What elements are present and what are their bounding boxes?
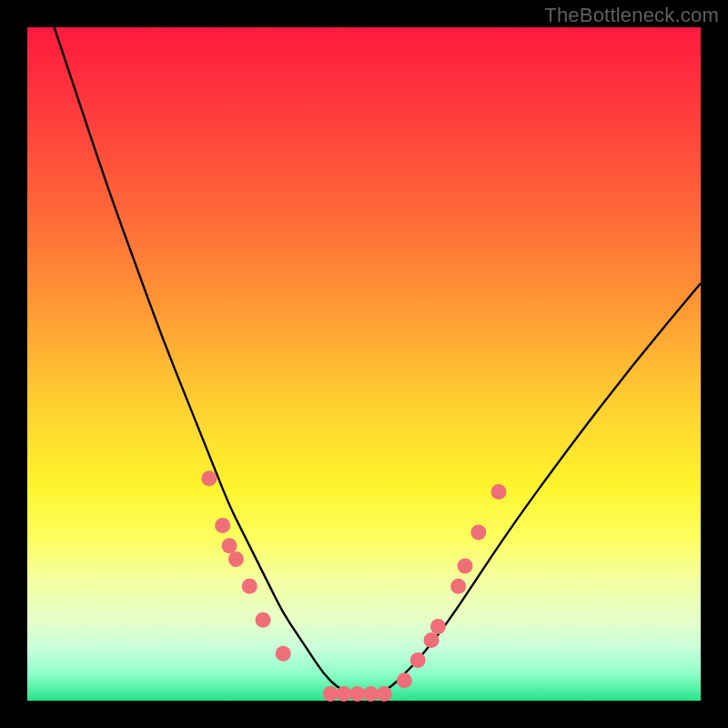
data-marker — [349, 686, 365, 702]
data-marker — [323, 686, 339, 702]
data-marker — [424, 632, 440, 648]
chart-frame: TheBottleneck.com — [0, 0, 728, 728]
data-marker — [430, 619, 446, 634]
data-marker — [491, 484, 507, 500]
data-marker — [336, 686, 351, 702]
data-marker — [377, 686, 392, 702]
data-marker — [470, 525, 486, 541]
data-marker — [276, 646, 291, 662]
data-marker — [458, 559, 473, 574]
data-marker — [450, 579, 466, 594]
plot-area — [27, 27, 701, 701]
data-marker — [222, 538, 238, 553]
data-marker — [363, 686, 379, 702]
curve-layer — [27, 27, 701, 701]
data-marker — [410, 652, 426, 668]
data-marker — [242, 579, 258, 594]
data-marker — [215, 518, 230, 533]
data-marker — [201, 470, 217, 486]
data-marker — [256, 612, 271, 628]
watermark-text: TheBottleneck.com — [544, 4, 719, 27]
data-marker — [397, 672, 412, 688]
bottleneck-curve — [55, 27, 701, 694]
data-marker — [228, 551, 244, 567]
marker-group — [201, 470, 506, 702]
